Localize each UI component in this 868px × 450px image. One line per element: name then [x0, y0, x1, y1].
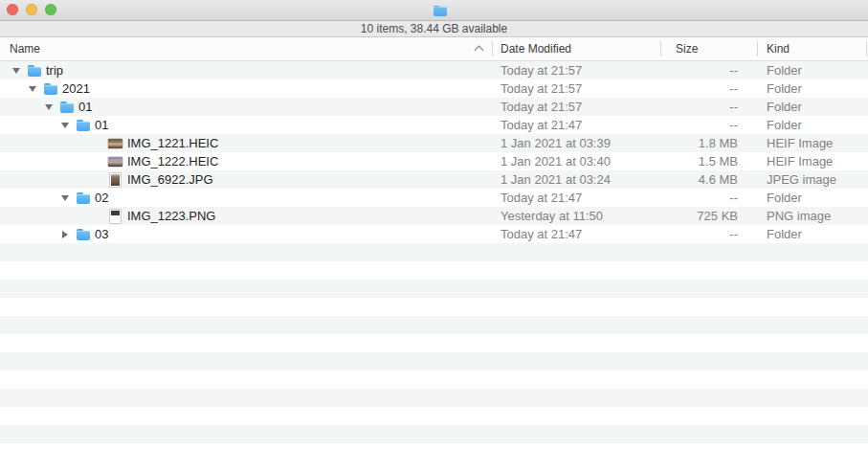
table-row[interactable]: IMG_1221.HEIC 1 Jan 2021 at 03:39 1.8 MB… — [0, 134, 868, 152]
folder-icon — [59, 100, 75, 115]
disclosure-triangle-icon[interactable] — [58, 191, 72, 205]
table-row[interactable]: 03 Today at 21:47 -- Folder — [0, 225, 868, 243]
disclosure-triangle-icon[interactable] — [10, 64, 23, 78]
size-cell: -- — [660, 189, 747, 207]
size-cell: -- — [660, 225, 747, 243]
date-modified-cell: 1 Jan 2021 at 03:40 — [501, 152, 611, 170]
kind-cell: HEIF Image — [767, 134, 833, 152]
column-divider[interactable] — [660, 41, 661, 56]
table-row[interactable]: 2021 Today at 21:57 -- Folder — [0, 79, 868, 98]
photo-sky-icon — [108, 154, 123, 169]
finder-window: 10 items, 38.44 GB available Name Date M… — [0, 0, 868, 450]
close-button[interactable] — [7, 4, 18, 15]
disclosure-triangle-icon[interactable] — [42, 101, 56, 114]
kind-cell: Folder — [767, 189, 802, 207]
column-header-date-modified[interactable]: Date Modified — [501, 37, 571, 60]
zoom-button[interactable] — [45, 4, 56, 15]
size-cell: 1.8 MB — [660, 134, 747, 152]
date-modified-cell: Yesterday at 11:50 — [501, 207, 603, 225]
status-bar: 10 items, 38.44 GB available — [0, 21, 868, 37]
list-header: Name Date Modified Size Kind — [0, 37, 868, 61]
kind-cell: Folder — [767, 225, 802, 243]
file-name: 03 — [95, 227, 108, 241]
status-text: 10 items, 38.44 GB available — [361, 22, 507, 35]
kind-cell: Folder — [767, 79, 802, 98]
size-cell: -- — [660, 116, 747, 134]
table-row[interactable]: trip Today at 21:57 -- Folder — [0, 61, 868, 79]
file-name: trip — [46, 63, 63, 78]
file-name: 2021 — [62, 81, 90, 96]
window-titlebar[interactable] — [0, 0, 868, 21]
disclosure-spacer — [91, 210, 104, 223]
disclosure-spacer — [91, 173, 104, 187]
disclosure-spacer — [91, 155, 104, 169]
folder-icon — [43, 81, 58, 97]
date-modified-cell: Today at 21:57 — [501, 61, 582, 79]
column-divider[interactable] — [757, 41, 758, 56]
size-cell: -- — [660, 98, 747, 116]
kind-cell: Folder — [767, 116, 802, 134]
photo-portrait-icon — [108, 172, 123, 188]
kind-cell: JPEG image — [767, 170, 836, 189]
column-divider[interactable] — [866, 41, 867, 56]
date-modified-cell: Today at 21:57 — [501, 98, 582, 116]
file-name: IMG_1223.PNG — [127, 209, 216, 223]
column-divider[interactable] — [492, 41, 493, 56]
file-name: IMG_1222.HEIC — [127, 154, 218, 169]
date-modified-cell: Today at 21:57 — [501, 79, 582, 98]
column-header-name[interactable]: Name — [10, 37, 40, 60]
size-cell: -- — [660, 61, 747, 79]
size-cell: 725 KB — [660, 207, 747, 225]
kind-cell: HEIF Image — [767, 152, 833, 170]
kind-cell: Folder — [767, 61, 802, 79]
date-modified-cell: Today at 21:47 — [501, 116, 582, 134]
sort-ascending-icon — [475, 46, 484, 56]
file-name: IMG_1221.HEIC — [127, 136, 218, 150]
proxy-folder-icon[interactable] — [433, 3, 436, 20]
column-header-kind[interactable]: Kind — [767, 37, 790, 60]
table-row[interactable]: IMG_1222.HEIC 1 Jan 2021 at 03:40 1.5 MB… — [0, 152, 868, 170]
file-name: 01 — [95, 118, 108, 132]
table-row[interactable]: IMG_6922.JPG 1 Jan 2021 at 03:24 4.6 MB … — [0, 170, 868, 189]
minimize-button[interactable] — [26, 4, 37, 15]
table-row[interactable]: 01 Today at 21:57 -- Folder — [0, 98, 868, 116]
table-row[interactable]: IMG_1223.PNG Yesterday at 11:50 725 KB P… — [0, 207, 868, 225]
photo-warm-icon — [108, 136, 123, 151]
disclosure-triangle-icon[interactable] — [26, 82, 39, 96]
table-row[interactable]: 02 Today at 21:47 -- Folder — [0, 189, 868, 207]
disclosure-triangle-icon[interactable] — [58, 119, 72, 132]
folder-icon — [76, 227, 91, 242]
kind-cell: PNG image — [767, 207, 831, 225]
photo-png-icon — [108, 209, 123, 224]
date-modified-cell: 1 Jan 2021 at 03:39 — [501, 134, 611, 152]
table-row[interactable]: 01 Today at 21:47 -- Folder — [0, 116, 868, 134]
column-header-size[interactable]: Size — [676, 37, 698, 60]
file-list[interactable]: trip Today at 21:57 -- Folder 2021 Today… — [0, 61, 868, 448]
date-modified-cell: Today at 21:47 — [501, 189, 582, 207]
folder-icon — [27, 63, 42, 79]
size-cell: 4.6 MB — [660, 170, 747, 189]
date-modified-cell: 1 Jan 2021 at 03:24 — [501, 170, 611, 189]
file-name: 01 — [78, 100, 92, 114]
date-modified-cell: Today at 21:47 — [501, 225, 582, 243]
size-cell: 1.5 MB — [660, 152, 747, 170]
folder-icon — [76, 191, 91, 206]
folder-icon — [76, 118, 91, 133]
disclosure-triangle-icon[interactable] — [58, 228, 72, 241]
file-name: 02 — [95, 191, 108, 205]
kind-cell: Folder — [767, 98, 802, 116]
disclosure-spacer — [91, 137, 104, 150]
file-name: IMG_6922.JPG — [127, 172, 213, 187]
size-cell: -- — [660, 79, 747, 98]
